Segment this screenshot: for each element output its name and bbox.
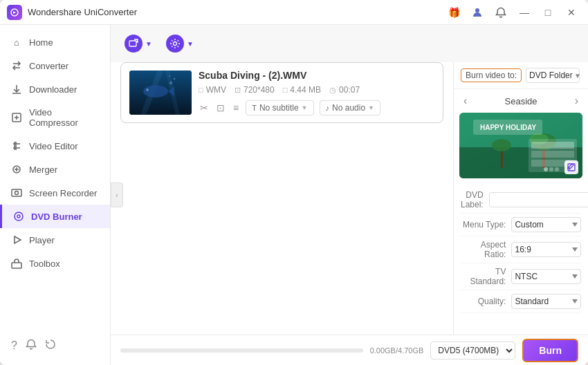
file-item: Scuba Diving - (2).WMV □ WMV ⊡ 720*480	[120, 62, 443, 123]
sidebar-item-screen-recorder[interactable]: Screen Recorder	[0, 181, 110, 205]
compressor-icon	[11, 112, 22, 123]
file-format: □ WMV	[199, 85, 226, 95]
crop-icon[interactable]: ⊡	[215, 101, 226, 115]
resolution-icon: ⊡	[235, 86, 241, 95]
sidebar-item-downloader[interactable]: Downloader	[0, 77, 110, 101]
title-bar: Wondershare UniConverter 🎁 — □ ✕	[0, 0, 588, 25]
right-panel: Burn video to: DVD Folder DVD Disc ISO F…	[453, 62, 588, 335]
app-logo	[7, 5, 22, 20]
svg-point-6	[15, 212, 23, 221]
sidebar-item-merger[interactable]: Merger	[0, 158, 110, 181]
maximize-button[interactable]: □	[538, 3, 558, 22]
svg-point-19	[169, 75, 170, 77]
template-nav: ‹ Seaside ›	[454, 89, 588, 113]
app-title: Wondershare UniConverter	[28, 7, 444, 17]
burn-to-select[interactable]: DVD Folder DVD Disc ISO File	[526, 68, 580, 83]
sidebar: ⌂ Home Converter Downloader	[0, 25, 111, 365]
file-area: Scuba Diving - (2).WMV □ WMV ⊡ 720*480	[111, 62, 453, 335]
svg-text:HAPPY HOLIDAY: HAPPY HOLIDAY	[480, 124, 536, 131]
main-window: Wondershare UniConverter 🎁 — □ ✕ ⌂ Home	[0, 0, 588, 365]
sidebar-item-toolbox[interactable]: Toolbox	[0, 252, 110, 275]
sidebar-item-converter[interactable]: Converter	[0, 54, 110, 77]
settings-grid: DVD Label: Menu Type: CustomNoneDefault …	[454, 184, 588, 335]
toolbox-icon	[11, 258, 22, 269]
progress-bar	[120, 348, 363, 353]
sidebar-item-dvd-burner[interactable]: DVD Burner	[0, 205, 110, 228]
player-icon	[11, 234, 22, 245]
add-dropdown-arrow: ▼	[145, 40, 152, 48]
notification-icon[interactable]	[26, 339, 37, 353]
settings-dropdown-arrow: ▼	[187, 40, 194, 48]
bottom-bar: 0.00GB/4.70GB DVD5 (4700MB) DVD9 (8500MB…	[111, 335, 588, 365]
svg-point-1	[475, 8, 479, 12]
svg-point-18	[174, 78, 176, 80]
duration-icon: ◷	[329, 86, 336, 95]
svg-rect-4	[12, 189, 21, 196]
next-template-button[interactable]: ›	[572, 93, 581, 109]
progress-label: 0.00GB/4.70GB	[370, 346, 424, 355]
svg-rect-9	[129, 41, 136, 46]
add-files-button[interactable]: ▼	[120, 32, 156, 55]
prev-template-button[interactable]: ‹	[461, 93, 470, 109]
svg-rect-8	[12, 263, 21, 268]
bell-icon[interactable]	[491, 3, 511, 22]
effects-icon[interactable]: ≡	[232, 101, 240, 115]
settings-button[interactable]: ▼	[162, 32, 198, 55]
window-controls: 🎁 — □ ✕	[444, 3, 581, 22]
subtitle-arrow: ▼	[302, 104, 308, 111]
main-layout: ⌂ Home Converter Downloader	[0, 25, 588, 365]
cut-icon[interactable]: ✂	[199, 101, 210, 115]
svg-point-14	[143, 85, 168, 97]
burn-to-bar: Burn video to: DVD Folder DVD Disc ISO F…	[454, 62, 588, 89]
svg-rect-32	[531, 151, 574, 158]
burn-button[interactable]: Burn	[522, 339, 578, 362]
file-info: Scuba Diving - (2).WMV □ WMV ⊡ 720*480	[199, 70, 434, 115]
svg-point-36	[555, 167, 559, 171]
add-icon	[125, 35, 143, 53]
audio-dropdown[interactable]: ♪ No audio ▼	[320, 100, 380, 115]
sidebar-item-player[interactable]: Player	[0, 228, 110, 252]
close-button[interactable]: ✕	[562, 3, 581, 22]
size-icon: □	[283, 86, 288, 94]
file-meta: □ WMV ⊡ 720*480 □ 4.44 MB	[199, 85, 434, 95]
template-edit-icon[interactable]	[564, 160, 578, 174]
disc-select[interactable]: DVD5 (4700MB) DVD9 (8500MB)	[430, 341, 515, 359]
subtitle-icon: T	[252, 104, 257, 112]
user-icon[interactable]	[468, 3, 487, 22]
help-icon[interactable]: ?	[11, 339, 17, 352]
home-icon: ⌂	[11, 37, 22, 48]
tv-standard-row: TV Standard: NTSCPAL	[461, 263, 581, 290]
converter-icon	[11, 60, 22, 71]
template-name: Seaside	[505, 96, 538, 106]
minimize-button[interactable]: —	[515, 3, 534, 22]
toolbar: ▼ ▼	[111, 25, 588, 62]
sidebar-collapse-button[interactable]: ‹	[111, 182, 123, 207]
sidebar-item-video-compressor[interactable]: Video Compressor	[0, 101, 110, 134]
sidebar-item-video-editor[interactable]: Video Editor	[0, 134, 110, 158]
audio-arrow: ▼	[368, 104, 374, 111]
sidebar-bottom: ?	[0, 332, 110, 359]
sidebar-item-home[interactable]: ⌂ Home	[0, 30, 110, 54]
dvd-label-input[interactable]	[489, 192, 588, 207]
file-size: □ 4.44 MB	[283, 85, 321, 95]
settings-icon	[166, 35, 184, 53]
svg-point-10	[173, 42, 176, 46]
tv-standard-select[interactable]: NTSCPAL	[511, 269, 581, 284]
svg-point-35	[549, 167, 553, 171]
subtitle-dropdown[interactable]: T No subtitle ▼	[246, 100, 313, 115]
aspect-ratio-label: Aspect Ratio:	[461, 240, 511, 259]
menu-type-select[interactable]: CustomNoneDefault	[511, 217, 581, 232]
quality-select[interactable]: StandardHighLow	[511, 294, 581, 309]
format-icon: □	[199, 86, 203, 94]
svg-point-27	[492, 139, 511, 151]
downloader-icon	[11, 84, 22, 95]
file-thumbnail	[129, 71, 192, 115]
aspect-ratio-select[interactable]: 16:94:3	[511, 242, 581, 257]
dvd-burner-icon	[13, 211, 24, 222]
video-editor-icon	[11, 140, 22, 151]
gift-icon[interactable]: 🎁	[444, 3, 463, 22]
menu-type-label: Menu Type:	[461, 220, 511, 230]
refresh-icon[interactable]	[45, 339, 56, 353]
tv-standard-label: TV Standard:	[461, 267, 511, 286]
svg-rect-31	[531, 142, 574, 149]
